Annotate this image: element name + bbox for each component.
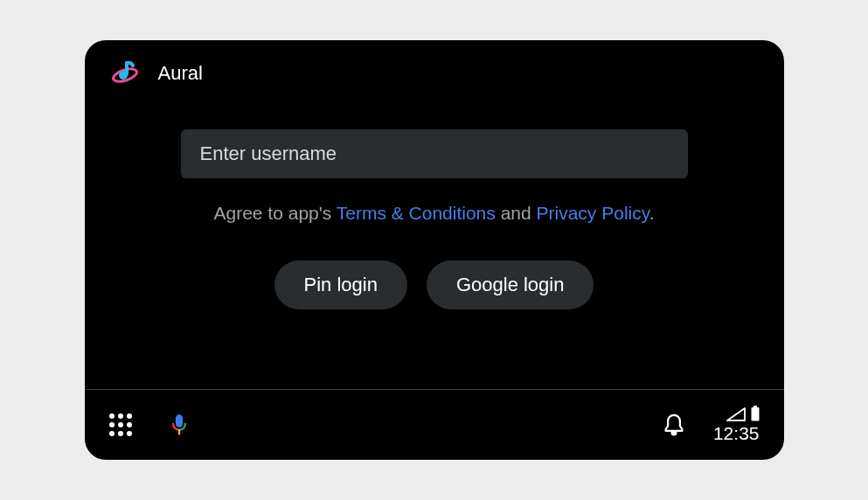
login-button-row: Pin login Google login: [274, 260, 594, 309]
agreement-text: Agree to app's Terms & Conditions and Pr…: [213, 203, 654, 224]
status-icons: [726, 406, 760, 421]
device-frame: Aural Agree to app's Terms & Conditions …: [85, 40, 784, 460]
app-header: Aural: [85, 40, 784, 87]
agreement-suffix: .: [649, 203, 655, 223]
privacy-link[interactable]: Privacy Policy: [537, 203, 649, 223]
signal-icon: [726, 407, 746, 421]
navbar-left: [109, 413, 191, 437]
navbar-right: 12:35: [661, 406, 760, 444]
app-logo-icon: [111, 59, 139, 87]
microphone-icon[interactable]: [167, 413, 191, 437]
status-cluster: 12:35: [713, 406, 760, 444]
svg-point-1: [119, 71, 128, 80]
google-login-button[interactable]: Google login: [427, 260, 594, 309]
navbar: 12:35: [85, 390, 784, 460]
terms-link[interactable]: Terms & Conditions: [337, 203, 496, 223]
svg-rect-2: [753, 406, 757, 407]
agreement-middle: and: [496, 203, 537, 223]
clock: 12:35: [713, 423, 760, 444]
pin-login-button[interactable]: Pin login: [274, 260, 407, 309]
battery-icon: [751, 406, 760, 421]
login-content: Agree to app's Terms & Conditions and Pr…: [85, 87, 784, 389]
notification-bell-icon[interactable]: [661, 412, 687, 438]
username-input[interactable]: [181, 129, 688, 178]
apps-grid-icon[interactable]: [109, 413, 132, 436]
agreement-prefix: Agree to app's: [213, 203, 336, 223]
app-title: Aural: [158, 62, 203, 85]
svg-rect-3: [751, 407, 759, 421]
